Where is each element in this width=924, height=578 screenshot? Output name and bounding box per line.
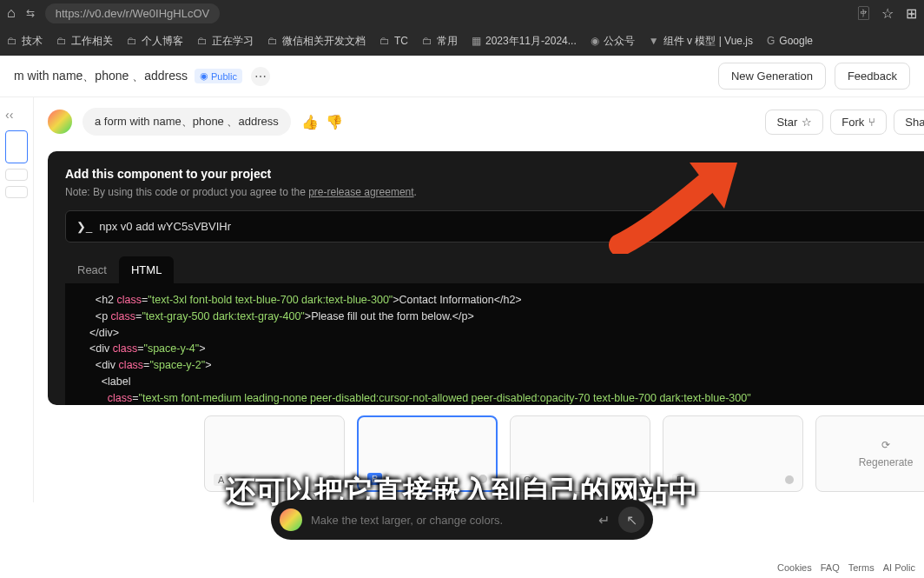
url-input[interactable]: https://v0.dev/r/We0IHgHLcOV [45,3,221,23]
variant-status-dot [478,475,487,483]
bookmark-item[interactable]: 🗀微信相关开发文档 [267,34,366,49]
terminal-icon: ❯_ [76,220,92,233]
variants-row: ABCD⟳Regenerate [48,405,924,502]
variant-card[interactable]: A [204,415,345,492]
regenerate-button[interactable]: ⟳Regenerate [815,415,924,492]
collapse-sidebar-button[interactable]: ‹‹ [5,108,28,122]
sidebar-thumb[interactable] [5,186,28,198]
folder-icon: ▦ [472,35,481,47]
star-icon: ☆ [802,116,812,129]
refresh-icon: ⟳ [881,439,890,451]
left-sidebar: ‹‹ [0,97,34,502]
avatar [280,508,302,531]
variant-label: C [519,474,535,486]
bookmark-item[interactable]: ◉公众号 [591,34,635,49]
prompt-input-bar: ↵ ↖ [271,500,653,540]
folder-icon: 🗀 [197,35,208,47]
sidebar-thumb-active[interactable] [5,130,28,163]
browser-address-bar: ⌂ ⇆ https://v0.dev/r/We0IHgHLcOV 🀄︎ ☆ ⊞ [0,0,924,26]
variant-status-dot [632,475,641,484]
bookmark-item[interactable]: 🗀常用 [422,34,458,49]
folder-icon: 🗀 [7,35,17,47]
thumbs-down-icon[interactable]: 👎 [326,114,343,130]
bookmark-item[interactable]: GGoogle [767,35,813,47]
public-badge: ◉ Public [195,69,242,83]
footer-links: CookiesFAQTermsAI Polic [777,562,915,573]
thumbs-up-icon[interactable]: 👍 [301,114,319,130]
fork-icon: ⑂ [868,116,875,129]
variant-card[interactable]: B [357,415,498,492]
tab-html[interactable]: HTML [119,256,174,283]
variant-status-dot [785,475,794,484]
folder-icon: G [767,35,775,47]
prompt-input[interactable] [311,514,590,527]
code-tabs: React HTML [65,256,924,283]
footer-link[interactable]: Cookies [777,562,812,573]
globe-icon: ◉ [200,70,208,82]
cursor-mode-button[interactable]: ↖ [618,507,644,533]
avatar [48,110,72,134]
footer-link[interactable]: AI Polic [883,562,915,573]
sidebar-thumb[interactable] [5,169,28,181]
variant-label: B [367,473,382,485]
command-box[interactable]: ❯_ npx v0 add wYC5sVBVIHr [65,210,924,242]
fork-button[interactable]: Fork⑂ [830,110,887,135]
folder-icon: 🗀 [422,35,432,47]
bookmark-item[interactable]: 🗀工作相关 [56,34,113,49]
security-icon: ⇆ [26,7,35,19]
folder-icon: 🗀 [380,35,390,47]
bookmark-item[interactable]: 🗀正在学习 [197,34,254,49]
footer-link[interactable]: Terms [848,562,874,573]
prompt-row: a form with name、phone 、address 👍 👎 Star… [48,108,924,136]
variant-status-dot [327,475,335,484]
bookmark-item[interactable]: 🗀技术 [7,34,43,49]
footer-link[interactable]: FAQ [821,562,840,573]
project-title: m with name、phone 、address [14,69,188,84]
more-menu-button[interactable]: ⋯ [251,67,270,86]
translate-icon[interactable]: 🀄︎ [858,5,869,22]
folder-icon: 🗀 [267,35,278,47]
app-header: m with name、phone 、address ◉ Public ⋯ Ne… [0,56,924,97]
send-icon[interactable]: ↵ [598,512,610,528]
bookmark-item[interactable]: ▼组件 v 模型 | Vue.js [649,34,753,49]
folder-icon: ▼ [649,35,659,47]
variant-label: D [672,474,688,486]
bookmark-item[interactable]: 🗀个人博客 [127,34,183,49]
folder-icon: ◉ [591,35,599,47]
star-icon[interactable]: ☆ [881,5,894,22]
extension-icon[interactable]: ⊞ [906,5,917,22]
agreement-link[interactable]: pre-release agreement [308,186,413,198]
variant-label: A [214,474,228,486]
star-button[interactable]: Star☆ [765,110,823,135]
folder-icon: 🗀 [56,35,67,47]
bookmarks-bar: 🗀技术🗀工作相关🗀个人博客🗀正在学习🗀微信相关开发文档🗀TC🗀常用▦2023年1… [0,26,924,56]
home-icon[interactable]: ⌂ [7,5,16,21]
panel-title: Add this component to your project [65,167,924,181]
feedback-button[interactable]: Feedback [835,63,910,90]
tab-react[interactable]: React [65,256,119,283]
folder-icon: 🗀 [127,35,137,47]
panel-note: Note: By using this code or product you … [65,186,924,198]
variant-card[interactable]: C [510,415,650,492]
bookmark-item[interactable]: ▦2023年11月-2024... [472,34,577,49]
code-block[interactable]: <h2 class="text-3xl font-bold text-blue-… [65,283,924,405]
code-panel: Add this component to your project Note:… [48,151,924,405]
new-generation-button[interactable]: New Generation [718,63,826,90]
share-button[interactable]: Share⇪ [894,110,924,135]
prompt-text: a form with name、phone 、address [82,108,291,136]
variant-card[interactable]: D [663,415,803,492]
bookmark-item[interactable]: 🗀TC [380,35,408,47]
